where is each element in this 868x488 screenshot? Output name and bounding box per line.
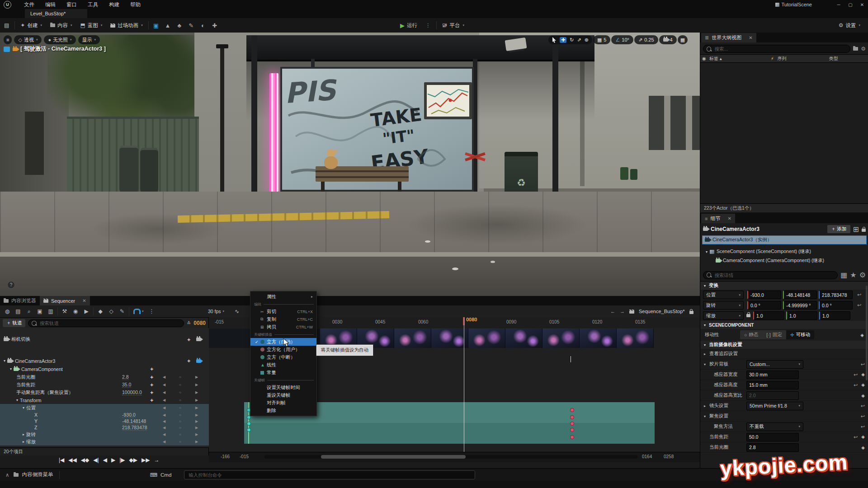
auto-key-icon[interactable]: ◇ bbox=[106, 308, 117, 314]
sequencer-track-row[interactable]: Z218.783478◀○▶ bbox=[0, 424, 209, 431]
viewport[interactable]: PIS TAKE "IT" EASY bbox=[0, 33, 700, 296]
range-end-label[interactable]: 0258 bbox=[664, 454, 674, 459]
prev-key-icon[interactable]: ◀ bbox=[163, 406, 165, 410]
scale-dropdown[interactable]: 缩放▾ bbox=[703, 311, 744, 320]
menu-item-10[interactable]: 常量 bbox=[250, 369, 316, 376]
menu-0[interactable]: 文件 bbox=[19, 0, 40, 9]
reset-icon[interactable]: ↩ bbox=[861, 361, 865, 367]
reset-icon[interactable]: ↩ bbox=[861, 413, 865, 419]
mobility-movable[interactable]: ✛可移动 bbox=[786, 330, 814, 339]
maximize-button[interactable]: ▢ bbox=[844, 0, 856, 9]
sequencer-track-row[interactable]: X-930.0◀○▶ bbox=[0, 412, 209, 418]
rotation-y-field[interactable]: -4.999999 ° bbox=[783, 301, 817, 310]
details-search-input[interactable] bbox=[713, 272, 834, 278]
favorites-icon[interactable]: ★ bbox=[850, 271, 856, 279]
current-frame-field[interactable]: 0080 bbox=[193, 320, 206, 326]
add-key-icon[interactable]: ○ bbox=[179, 375, 181, 379]
reset-icon[interactable]: ↩ bbox=[854, 372, 858, 378]
outliner-settings-icon[interactable]: ⚙ bbox=[861, 46, 866, 52]
modeling-mode-icon[interactable]: ◐ bbox=[197, 19, 209, 31]
details-select[interactable]: 不重载▾ bbox=[746, 422, 803, 431]
scale-snap-toggle[interactable]: ⇗0.25 bbox=[634, 35, 658, 44]
pilot-mode-icon[interactable] bbox=[4, 47, 10, 52]
maximize-viewport-button[interactable]: ▦ bbox=[678, 35, 688, 44]
blueprint-edit-icon[interactable]: ⊞ bbox=[853, 225, 859, 234]
save-button[interactable]: ▤ bbox=[0, 18, 13, 33]
range-end-label[interactable]: 0164 bbox=[642, 454, 652, 459]
snap-magnet-icon[interactable]: ▾ bbox=[131, 309, 146, 314]
foliage-mode-icon[interactable]: ♣ bbox=[174, 19, 185, 31]
range-start-label[interactable]: -166 bbox=[221, 454, 230, 459]
sequencer-track-row[interactable]: 手动聚焦距离（聚焦设置）100000.0＋◀○▶ bbox=[0, 389, 209, 396]
add-track-button[interactable]: ＋ 轨道 bbox=[3, 319, 25, 327]
lock-details-icon[interactable] bbox=[862, 229, 866, 232]
camera-cuts-thumbnail[interactable] bbox=[394, 328, 431, 348]
next-key-icon[interactable]: ▶ bbox=[195, 390, 198, 394]
prev-key-icon[interactable]: ◀ bbox=[163, 419, 165, 423]
mobility-static[interactable]: ○静态 bbox=[740, 330, 762, 339]
scale-y-field[interactable]: 1.0 bbox=[786, 311, 817, 320]
location-dropdown[interactable]: 位置▾ bbox=[703, 291, 744, 299]
range-start-label[interactable]: -015 bbox=[240, 454, 249, 459]
reset-icon[interactable]: ↩ bbox=[861, 403, 865, 409]
next-key-icon[interactable]: ▶ bbox=[195, 406, 198, 410]
add-keyframe-icon[interactable]: ◈ bbox=[861, 393, 865, 398]
menu-item-14[interactable]: 对齐到帧 bbox=[250, 399, 316, 407]
grid-snap-toggle[interactable]: ▦5 bbox=[593, 35, 611, 44]
menu-item-12[interactable]: 设置关键帧时间 bbox=[250, 384, 316, 391]
menu-item-2[interactable]: ✂剪切CTRL+X bbox=[250, 308, 316, 315]
sequencer-track-row[interactable]: ▸旋转◀○▶ bbox=[0, 431, 209, 438]
menu-item-13[interactable]: 重设关键帧 bbox=[250, 391, 316, 399]
camera-settings-section-header[interactable]: ▾当前摄像机设置 bbox=[700, 341, 868, 349]
keyframe-dot-red[interactable] bbox=[570, 408, 574, 412]
track-search[interactable] bbox=[28, 319, 184, 327]
prev-key-icon[interactable]: ◀ bbox=[163, 383, 165, 387]
next-key-icon[interactable]: ▶ bbox=[195, 413, 198, 417]
sequencer-track-row[interactable]: ▸缩放◀○▶ bbox=[0, 438, 209, 446]
prev-key-icon[interactable]: ◀ bbox=[163, 375, 165, 379]
render-movie-icon[interactable]: ▥ bbox=[45, 308, 56, 314]
play-reverse-button[interactable]: ◀ bbox=[103, 457, 107, 463]
next-key-icon[interactable]: ▶ bbox=[195, 375, 198, 379]
reset-rotation-icon[interactable]: ↩ bbox=[857, 302, 861, 308]
go-to-front-button[interactable]: |◀ bbox=[59, 457, 64, 463]
camera-component-row[interactable]: CameraComponent (CameraComponent) (继承) bbox=[700, 256, 868, 265]
settings-button[interactable]: ⚙设置▾ bbox=[835, 18, 864, 33]
menu-4[interactable]: 构建 bbox=[104, 0, 125, 9]
landscape-mode-icon[interactable]: ▲ bbox=[162, 19, 174, 31]
add-keyframe-button[interactable]: ＋ bbox=[149, 366, 154, 372]
scenecomponent-section-header[interactable]: ▾SCENECOMPONENT bbox=[700, 321, 868, 329]
sequence-lock-icon[interactable] bbox=[689, 311, 693, 314]
label-column-header[interactable]: 标签 ▴ bbox=[709, 56, 722, 62]
prev-key-icon[interactable]: ◀ bbox=[163, 426, 165, 430]
keyframe-dot-cyan[interactable] bbox=[247, 422, 251, 426]
viewport-options-button[interactable]: ≡ bbox=[4, 35, 12, 44]
add-keyframe-icon[interactable]: ◈ bbox=[861, 372, 865, 378]
selection-mode-icon[interactable]: ▣ bbox=[150, 19, 162, 31]
create-camera-icon[interactable]: ▣ bbox=[34, 308, 45, 314]
add-key-icon[interactable]: ○ bbox=[179, 406, 181, 410]
view-mode-button[interactable]: ●无光照▾ bbox=[44, 35, 75, 44]
view-options-icon[interactable]: ◉ bbox=[70, 308, 81, 314]
outliner-tab[interactable]: ≣ 世界大纲视图✕ bbox=[701, 33, 756, 42]
sequencer-track-row[interactable]: 当前焦距35.0＋◀○▶ bbox=[0, 381, 209, 389]
find-icon[interactable]: ⌕ bbox=[24, 308, 34, 314]
menu-item-4[interactable]: ⊞拷贝CTRL+W bbox=[250, 323, 316, 331]
track-search-input[interactable] bbox=[39, 320, 180, 326]
play-button[interactable]: ▶运行 bbox=[396, 18, 421, 33]
add-key-icon[interactable]: ○ bbox=[179, 390, 181, 394]
console-input-box[interactable] bbox=[184, 470, 475, 479]
prev-key-icon[interactable]: ◀ bbox=[163, 440, 165, 444]
sequencer-track-row[interactable]: ▾Transform＋◀○▶ bbox=[0, 396, 209, 404]
keyframe-dot-red[interactable] bbox=[570, 428, 574, 432]
track-filter-icon[interactable]: ≛ bbox=[187, 320, 191, 326]
add-key-icon[interactable]: ○ bbox=[179, 383, 181, 387]
rotation-x-field[interactable]: 0.0 ° bbox=[747, 301, 781, 310]
prev-key-icon[interactable]: ◀ bbox=[163, 413, 165, 417]
scale-lock-icon[interactable] bbox=[746, 314, 750, 317]
sequence-breadcrumb[interactable]: Sequence_BusStop* bbox=[639, 309, 685, 314]
reset-icon[interactable]: ↩ bbox=[854, 382, 858, 388]
add-key-icon[interactable]: ○ bbox=[179, 419, 181, 423]
camera-cuts-thumbnail[interactable] bbox=[505, 328, 542, 348]
jump-forward-button[interactable]: ▶▶ bbox=[142, 457, 150, 463]
